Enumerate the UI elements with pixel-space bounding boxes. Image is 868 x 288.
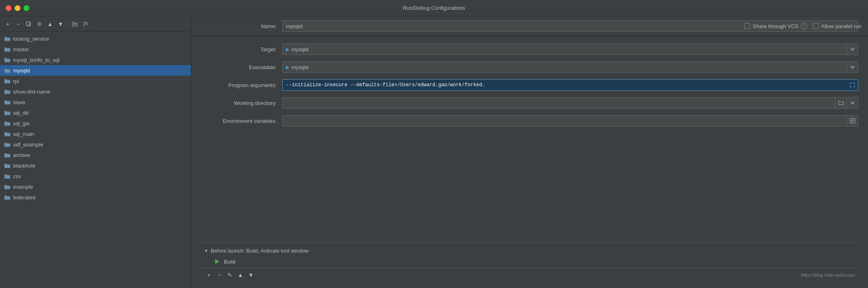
folder-icon [4,78,11,84]
sidebar-item-archive[interactable]: archive [0,150,191,160]
close-button[interactable] [6,5,11,11]
sidebar-item-blackhole[interactable]: blackhole [0,160,191,171]
program-args-row: Program arguments: [201,79,858,92]
target-value: mysqld [292,46,308,52]
before-launch-list: Build [201,255,858,268]
working-dir-label: Working directory: [201,100,282,106]
env-vars-edit-button[interactable] [846,116,858,126]
minimize-button[interactable] [15,5,20,11]
target-select[interactable]: ▶ mysqld [282,44,858,55]
folder-icon [4,162,11,169]
expand-args-button[interactable] [848,81,857,89]
item-label: master [13,46,29,52]
item-label: federated [13,194,35,201]
item-label: csv [13,173,21,179]
sort-button[interactable] [81,20,90,28]
sidebar-list: locking_service master mysql_tzinfo_to_s… [0,32,191,288]
folder-icon [4,194,11,201]
maximize-button[interactable] [24,5,29,11]
working-dir-input[interactable] [283,100,835,106]
sidebar-item-sql-main[interactable]: sql_main [0,129,191,139]
bottom-down-button[interactable]: ▼ [246,271,255,279]
item-label: blackhole [13,163,35,169]
folder-icon [4,173,11,179]
folder-icon [4,46,11,52]
allow-parallel-label: Allow parallel run [821,23,861,29]
sidebar-item-mysqld[interactable]: mysqld [0,65,191,76]
working-dir-folder-button[interactable] [835,98,846,108]
sidebar-item-mysql-tzinfo[interactable]: mysql_tzinfo_to_sql [0,55,191,65]
header-options: Share through VCS ? Allow parallel run [744,23,861,29]
sidebar-item-udf-example[interactable]: udf_example [0,139,191,150]
bottom-add-button[interactable]: + [204,271,213,279]
sidebar-item-csv[interactable]: csv [0,171,191,181]
executable-label: Executable: [201,64,282,70]
program-args-control [282,79,858,91]
bottom-toolbar: + − ✎ ▲ ▼ https://blog.csdn.net/scugxi [201,268,858,281]
window-title: Run/Debug Configurations [403,5,465,11]
sidebar-item-master[interactable]: master [0,44,191,55]
item-label: slave [13,99,25,105]
folder-icon [4,183,11,190]
item-label: rpl [13,78,19,84]
copy-config-button[interactable] [24,20,33,28]
folder-button[interactable] [70,20,79,28]
folder-icon [4,88,11,95]
folder-icon [4,57,11,63]
working-dir-control [282,97,858,109]
sidebar-item-sql-dd[interactable]: sql_dd [0,107,191,118]
executable-select[interactable]: ▶ mysqld [282,61,858,73]
bottom-up-button[interactable]: ▲ [236,271,245,279]
env-vars-input[interactable] [283,118,846,124]
svg-rect-1 [26,22,30,25]
build-icon [214,258,220,265]
share-vcs-checkbox[interactable] [744,23,750,29]
sidebar-item-example[interactable]: example [0,181,191,192]
settings-button[interactable] [35,20,44,28]
item-label: mysqld [13,68,30,74]
help-icon[interactable]: ? [801,23,807,29]
target-control: ▶ mysqld [282,44,858,55]
sidebar-item-show-dist-name[interactable]: show-dist-name [0,86,191,97]
allow-parallel-checkbox[interactable] [813,23,819,29]
title-bar: Run/Debug Configurations [0,0,868,16]
content-area: Name: Share through VCS ? Allow parallel… [191,16,868,288]
item-label: udf_example [13,142,43,148]
bottom-edit-button[interactable]: ✎ [225,271,234,279]
add-config-button[interactable]: + [3,20,12,28]
folder-icon [4,109,11,116]
collapse-icon: ▼ [204,249,208,253]
form-area: Target: ▶ mysqld Executable: [191,36,868,288]
sidebar-item-federated[interactable]: federated [0,192,191,203]
executable-row: Executable: ▶ mysqld [201,61,858,74]
before-launch-label: Before launch: Build, Activate tool wind… [211,248,309,254]
bottom-remove-button[interactable]: − [215,271,224,279]
working-dir-dropdown-arrow[interactable] [846,98,858,108]
env-vars-row: Environment variables: [201,114,858,127]
remove-config-button[interactable]: − [14,20,23,28]
folder-icon [4,99,11,105]
name-header-row: Name: Share through VCS ? Allow parallel… [191,16,868,36]
main-layout: + − ▲ ▼ [0,16,868,288]
folder-icon [4,35,11,42]
parallel-option: Allow parallel run [813,23,861,29]
target-dropdown-arrow[interactable] [846,44,858,55]
executable-dropdown-arrow[interactable] [846,62,858,72]
sidebar-item-rpl[interactable]: rpl [0,76,191,86]
executable-select-content: ▶ mysqld [283,64,846,70]
sidebar-item-locking-service[interactable]: locking_service [0,33,191,44]
program-args-input[interactable] [282,79,858,91]
item-label: archive [13,152,30,158]
move-down-button[interactable]: ▼ [56,20,65,28]
move-up-button[interactable]: ▲ [46,20,55,28]
sidebar-item-sql-gis[interactable]: sql_gis [0,118,191,129]
sidebar-item-slave[interactable]: slave [0,97,191,107]
before-launch-section: ▼ Before launch: Build, Activate tool wi… [201,242,858,268]
env-vars-input-row [282,115,858,127]
before-launch-header[interactable]: ▼ Before launch: Build, Activate tool wi… [201,246,858,255]
build-label: Build [224,259,236,265]
target-run-icon: ▶ [286,47,289,52]
working-dir-row: Working directory: [201,96,858,109]
bottom-url: https://blog.csdn.net/scugxi [801,273,855,277]
name-label: Name: [201,23,282,29]
